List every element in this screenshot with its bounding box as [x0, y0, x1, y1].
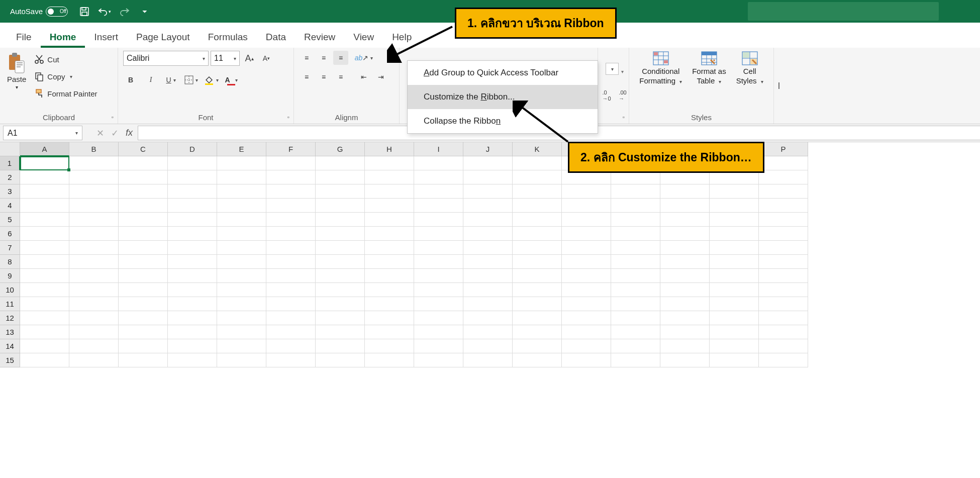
conditional-formatting-button[interactable]: Conditional Formatting ▾: [635, 51, 686, 85]
qat-more-icon[interactable]: ⏷: [138, 5, 151, 18]
cell[interactable]: [20, 255, 69, 269]
cell[interactable]: [168, 241, 217, 255]
row-header[interactable]: 15: [0, 353, 20, 367]
tab-formulas[interactable]: Formulas: [199, 27, 257, 48]
cell[interactable]: [611, 213, 660, 227]
cell[interactable]: [20, 199, 69, 213]
cell[interactable]: [759, 213, 808, 227]
cell[interactable]: [69, 227, 119, 241]
enter-icon[interactable]: ✓: [111, 128, 119, 139]
cell[interactable]: [513, 255, 562, 269]
cell[interactable]: [365, 156, 414, 170]
cell[interactable]: [414, 184, 463, 199]
cell[interactable]: [759, 199, 808, 213]
cell[interactable]: [562, 199, 611, 213]
cell[interactable]: [266, 199, 316, 213]
copy-button[interactable]: Copy▾: [32, 69, 99, 84]
row-header[interactable]: 11: [0, 297, 20, 311]
cell[interactable]: [69, 184, 119, 199]
cell[interactable]: [710, 311, 759, 325]
cell[interactable]: [611, 255, 660, 269]
cell[interactable]: [69, 325, 119, 339]
dialog-launcher-icon[interactable]: ▫: [112, 114, 114, 121]
cell[interactable]: [217, 213, 266, 227]
cell[interactable]: [365, 297, 414, 311]
cell[interactable]: [119, 325, 168, 339]
col-header[interactable]: E: [217, 142, 266, 156]
cell[interactable]: [562, 269, 611, 283]
cell[interactable]: [414, 325, 463, 339]
cell[interactable]: [316, 353, 365, 367]
cell[interactable]: [217, 255, 266, 269]
cell[interactable]: [414, 170, 463, 184]
cell[interactable]: [562, 339, 611, 353]
cell[interactable]: [20, 311, 69, 325]
col-header[interactable]: F: [266, 142, 316, 156]
cell[interactable]: [20, 227, 69, 241]
cell[interactable]: [217, 297, 266, 311]
fill-color-button[interactable]: ▾: [204, 73, 219, 87]
search-box[interactable]: [748, 2, 939, 21]
cell[interactable]: [611, 325, 660, 339]
cell[interactable]: [414, 311, 463, 325]
cell[interactable]: [611, 353, 660, 367]
cell[interactable]: [660, 255, 710, 269]
align-right-icon[interactable]: ≡: [333, 70, 348, 84]
cell[interactable]: [266, 170, 316, 184]
cell[interactable]: [316, 227, 365, 241]
undo-icon[interactable]: ▾: [98, 5, 111, 18]
cell[interactable]: [611, 227, 660, 241]
cell[interactable]: [463, 325, 513, 339]
col-header[interactable]: B: [69, 142, 119, 156]
row-header[interactable]: 1: [0, 156, 20, 170]
cell[interactable]: [69, 156, 119, 170]
indent-decrease-icon[interactable]: ⇤: [356, 70, 371, 84]
cell[interactable]: [611, 339, 660, 353]
cell[interactable]: [69, 353, 119, 367]
cell[interactable]: [513, 311, 562, 325]
cell[interactable]: [463, 339, 513, 353]
cell[interactable]: [20, 184, 69, 199]
tab-review[interactable]: Review: [295, 27, 344, 48]
cell[interactable]: [69, 269, 119, 283]
col-header[interactable]: A: [20, 142, 69, 156]
cell[interactable]: [365, 241, 414, 255]
align-top-icon[interactable]: ≡: [299, 51, 314, 65]
cell[interactable]: [513, 283, 562, 297]
col-header[interactable]: P: [759, 142, 808, 156]
cell[interactable]: [660, 269, 710, 283]
cell[interactable]: [759, 184, 808, 199]
cell[interactable]: [266, 184, 316, 199]
cell[interactable]: [414, 339, 463, 353]
cell[interactable]: [463, 184, 513, 199]
cell[interactable]: [20, 213, 69, 227]
cell[interactable]: [20, 325, 69, 339]
cell[interactable]: [69, 283, 119, 297]
cell[interactable]: [365, 213, 414, 227]
cell[interactable]: [365, 311, 414, 325]
cell[interactable]: [463, 283, 513, 297]
cell[interactable]: [217, 227, 266, 241]
cell[interactable]: [69, 339, 119, 353]
cell[interactable]: [513, 227, 562, 241]
spreadsheet-grid[interactable]: ABCDEFGHIJKLMNOP123456789101112131415: [0, 142, 980, 367]
cell[interactable]: [168, 325, 217, 339]
row-header[interactable]: 13: [0, 325, 20, 339]
cell[interactable]: [710, 255, 759, 269]
cell[interactable]: [611, 283, 660, 297]
row-header[interactable]: 7: [0, 241, 20, 255]
cell[interactable]: [513, 170, 562, 184]
cell[interactable]: [168, 156, 217, 170]
cell[interactable]: [119, 255, 168, 269]
cell[interactable]: [463, 241, 513, 255]
redo-icon[interactable]: [118, 5, 131, 18]
col-header[interactable]: H: [365, 142, 414, 156]
cell[interactable]: [168, 283, 217, 297]
cell[interactable]: [562, 255, 611, 269]
cell[interactable]: [365, 199, 414, 213]
cell[interactable]: [266, 156, 316, 170]
cell[interactable]: [217, 156, 266, 170]
cell[interactable]: [316, 156, 365, 170]
orientation-icon[interactable]: ab↗▾: [356, 51, 371, 65]
cell[interactable]: [266, 353, 316, 367]
